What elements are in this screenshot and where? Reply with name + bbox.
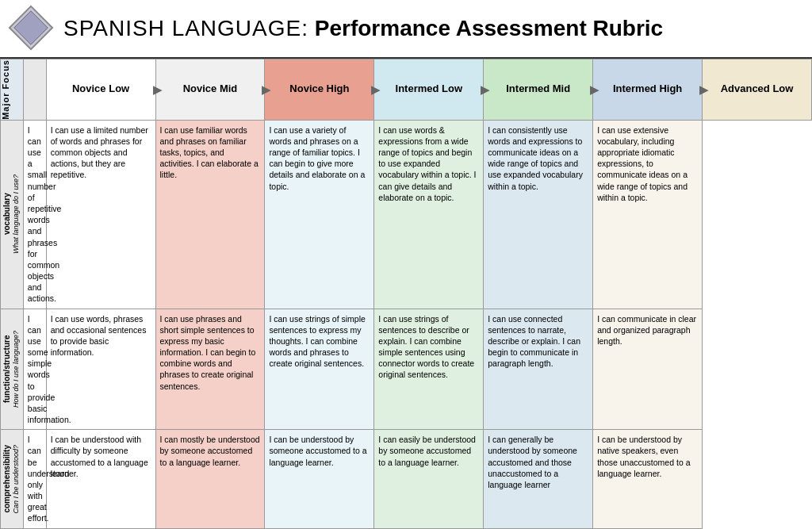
cell-function-structure-intermed-mid: I can use strings of sentences to descri… xyxy=(374,309,484,430)
svg-marker-1 xyxy=(14,11,48,45)
header-intermed-mid: Intermed Mid xyxy=(484,59,593,121)
cell-comprehensibility-intermed-high: I can generally be understood by someone… xyxy=(484,430,593,528)
header-row: Major Focus Novice Low Novice Mid Novice… xyxy=(1,59,812,121)
header-novice-low: Novice Low xyxy=(46,59,155,121)
cell-function-structure-advanced-low: I can communicate in clear and organized… xyxy=(593,309,703,430)
cell-function-structure-intermed-high: I can use connected sentences to narrate… xyxy=(484,309,593,430)
row-vocabulary: vocabularyWhat language do I use?I can u… xyxy=(1,120,812,309)
cell-vocabulary-advanced-low: I can use extensive vocabulary, includin… xyxy=(593,120,703,309)
cell-comprehensibility-novice-low: I can be understood only with great effo… xyxy=(23,430,46,528)
header-intermed-high: Intermed High xyxy=(593,59,703,121)
cell-function-structure-novice-low: I can use some simple words to provide b… xyxy=(23,309,46,430)
row-label-vocabulary: vocabularyWhat language do I use? xyxy=(1,120,24,309)
cell-vocabulary-intermed-mid: I can use words & expressions from a wid… xyxy=(374,120,484,309)
cell-vocabulary-novice-mid: I can use a limited number of words and … xyxy=(46,120,155,309)
cell-comprehensibility-advanced-low: I can be understood by native speakers, … xyxy=(593,430,703,528)
header-advanced-low: Advanced Low xyxy=(703,59,812,121)
cell-comprehensibility-intermed-low: I can be understood by someone accustome… xyxy=(265,430,374,528)
row-function-structure: function/structureHow do I use language?… xyxy=(1,309,812,430)
header-novice-high: Novice High xyxy=(265,59,374,121)
logo xyxy=(8,5,56,52)
cell-function-structure-intermed-low: I can use strings of simple sentences to… xyxy=(265,309,374,430)
cell-comprehensibility-novice-high: I can mostly be understood by someone ac… xyxy=(155,430,265,528)
empty-header xyxy=(23,59,46,121)
cell-function-structure-novice-high: I can use phrases and short simple sente… xyxy=(155,309,265,430)
header-title: SPANISH LANGUAGE: Performance Assessment… xyxy=(63,16,663,41)
row-comprehensibility: comprehensibilityCan I be understood?I c… xyxy=(1,430,812,528)
header-novice-mid: Novice Mid xyxy=(155,59,265,121)
rubric-body: vocabularyWhat language do I use?I can u… xyxy=(1,120,812,529)
header-intermed-low: Intermed Low xyxy=(374,59,484,121)
cell-comprehensibility-intermed-mid: I can easily be understood by someone ac… xyxy=(374,430,484,528)
page-container: SPANISH LANGUAGE: Performance Assessment… xyxy=(0,0,812,529)
cell-function-structure-novice-mid: I can use words, phrases and occasional … xyxy=(46,309,155,430)
page-header: SPANISH LANGUAGE: Performance Assessment… xyxy=(0,0,812,59)
cell-vocabulary-intermed-high: I can consistently use words and express… xyxy=(484,120,593,309)
major-focus-label: Major Focus xyxy=(1,59,24,121)
cell-vocabulary-novice-low: I can use a small number of repetitive w… xyxy=(23,120,46,309)
cell-vocabulary-intermed-low: I can use a variety of words and phrases… xyxy=(265,120,374,309)
row-label-comprehensibility: comprehensibilityCan I be understood? xyxy=(1,430,24,528)
row-label-function-structure: function/structureHow do I use language? xyxy=(1,309,24,430)
cell-vocabulary-novice-high: I can use familiar words and phrases on … xyxy=(155,120,265,309)
cell-comprehensibility-novice-mid: I can be understood with difficulty by s… xyxy=(46,430,155,528)
rubric-table: Major Focus Novice Low Novice Mid Novice… xyxy=(0,59,812,529)
